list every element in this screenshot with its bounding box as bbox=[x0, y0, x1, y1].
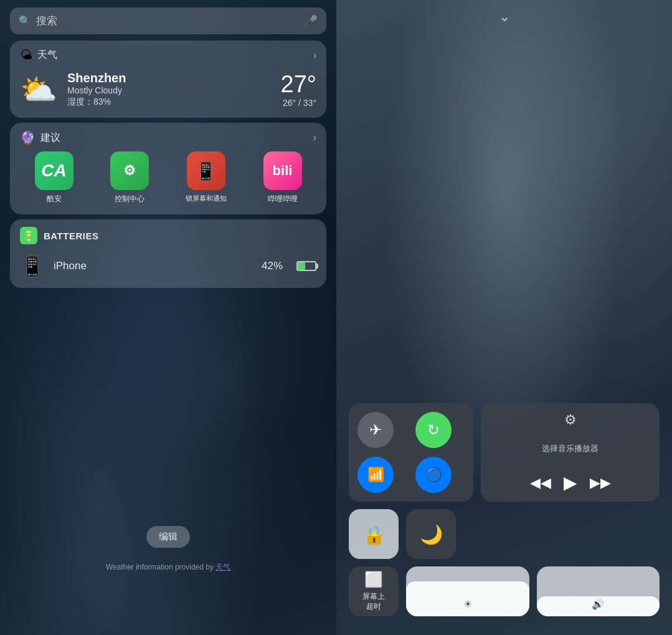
search-input[interactable]: 搜索 bbox=[36, 14, 299, 28]
dismiss-handle[interactable]: ⌄ bbox=[336, 0, 672, 31]
weather-title: 天气 bbox=[37, 49, 57, 62]
airplane-mode-button[interactable]: ✈ bbox=[357, 412, 394, 448]
orientation-lock-icon: 🔒 bbox=[362, 523, 386, 545]
play-button[interactable]: ▶ bbox=[564, 472, 577, 493]
chevron-down-icon: ⌄ bbox=[499, 9, 510, 25]
search-icon: 🔍 bbox=[19, 15, 31, 27]
weather-humidity: 湿度：83% bbox=[67, 97, 271, 108]
brightness-icon: ☀ bbox=[463, 598, 472, 610]
bilibili-app-icon[interactable]: bili bbox=[263, 151, 302, 190]
weather-app-icon: 🌤 bbox=[20, 48, 32, 62]
do-not-disturb-button[interactable]: 🌙 bbox=[406, 509, 456, 559]
suggestions-header: 🔮 建议 › bbox=[10, 123, 326, 151]
left-panel: 🔍 搜索 🎤 🌤 天气 › ⛅ Shenzhen Mostly Cloudy 湿… bbox=[0, 0, 336, 635]
weather-credit-link[interactable]: 天气 bbox=[215, 563, 230, 571]
weather-credit: Weather information provided by 天气 bbox=[0, 562, 336, 573]
mic-icon[interactable]: 🎤 bbox=[304, 14, 318, 28]
music-gear-icon: ⚙ bbox=[491, 412, 650, 428]
screen-mirror-label: 屏幕上超时 bbox=[362, 592, 385, 611]
cc-row-1: ✈ ↻ 📶 🔵 ⚙ 选择音乐播放器 ◀◀ bbox=[349, 403, 660, 502]
battery-level: 42% bbox=[262, 260, 283, 272]
batteries-title: BATTERIES bbox=[44, 231, 98, 241]
suggestions-chevron-icon[interactable]: › bbox=[313, 132, 316, 143]
bluetooth-icon: 🔵 bbox=[425, 467, 442, 483]
rotation-icon: ↻ bbox=[427, 421, 440, 439]
suggestions-apps: CA 酷安 ⚙ 控制中心 📱 锁屏幕和通知 bili 哔哩哔哩 bbox=[10, 151, 326, 214]
batteries-header: 🔋 BATTERIES bbox=[10, 219, 326, 249]
suggestions-title-row: 🔮 建议 bbox=[20, 130, 60, 145]
music-player-block: ⚙ 选择音乐播放器 ◀◀ ▶ ▶▶ bbox=[481, 403, 660, 502]
weather-description: Mostly Cloudy bbox=[67, 85, 271, 95]
weather-condition-icon: ⛅ bbox=[20, 72, 57, 107]
weather-temp-main: 27° bbox=[281, 71, 316, 98]
lockscreen-app-label: 锁屏幕和通知 bbox=[186, 194, 227, 203]
cc-row-3: ⬜ 屏幕上超时 ☀ 🔊 bbox=[349, 566, 660, 616]
volume-icon: 🔊 bbox=[592, 598, 604, 610]
control-center-app-label: 控制中心 bbox=[115, 194, 144, 204]
battery-fill bbox=[298, 262, 305, 270]
weather-header: 🌤 天气 › bbox=[10, 41, 326, 66]
fast-forward-button[interactable]: ▶▶ bbox=[590, 475, 611, 491]
list-item[interactable]: ⚙ 控制中心 bbox=[110, 151, 149, 204]
brightness-slider[interactable]: ☀ bbox=[406, 566, 529, 616]
battery-device-name: iPhone bbox=[54, 260, 253, 272]
airplay-icon: ⬜ bbox=[364, 571, 383, 588]
weather-widget: 🌤 天气 › ⛅ Shenzhen Mostly Cloudy 湿度：83% 2… bbox=[10, 41, 326, 118]
list-item[interactable]: CA 酷安 bbox=[35, 151, 73, 204]
battery-item-iphone: 📱 iPhone 42% bbox=[10, 249, 326, 288]
list-item[interactable]: 📱 锁屏幕和通知 bbox=[186, 151, 227, 204]
batteries-widget: 🔋 BATTERIES 📱 iPhone 42% bbox=[10, 219, 326, 288]
wifi-icon: 📶 bbox=[367, 467, 384, 483]
list-item[interactable]: bili 哔哩哔哩 bbox=[263, 151, 302, 204]
connectivity-block: ✈ ↻ 📶 🔵 bbox=[349, 403, 473, 502]
orientation-lock-button[interactable]: 🔒 bbox=[349, 509, 399, 559]
search-bar[interactable]: 🔍 搜索 🎤 bbox=[10, 7, 326, 34]
rotation-lock-button[interactable]: ↻ bbox=[415, 412, 452, 448]
music-controls: ◀◀ ▶ ▶▶ bbox=[491, 472, 650, 493]
volume-slider[interactable]: 🔊 bbox=[537, 566, 660, 616]
cc-row-2: 🔒 🌙 bbox=[349, 509, 660, 559]
control-center-grid: ✈ ↻ 📶 🔵 ⚙ 选择音乐播放器 ◀◀ bbox=[336, 397, 672, 623]
screen-mirror-button[interactable]: ⬜ 屏幕上超时 bbox=[349, 566, 399, 616]
suggestions-widget: 🔮 建议 › CA 酷安 ⚙ 控制中心 📱 锁屏 bbox=[10, 123, 326, 214]
siri-icon: 🔮 bbox=[20, 130, 35, 145]
control-center-app-icon[interactable]: ⚙ bbox=[110, 151, 149, 190]
right-panel: ⌄ ✈ ↻ 📶 🔵 bbox=[336, 0, 672, 635]
battery-green-icon: 🔋 bbox=[20, 227, 37, 244]
weather-temperature: 27° 26° / 33° bbox=[281, 71, 316, 108]
lockscreen-app-icon[interactable]: 📱 bbox=[187, 151, 225, 190]
wifi-button[interactable]: 📶 bbox=[357, 457, 394, 493]
weather-city: Shenzhen bbox=[67, 71, 271, 85]
weather-info: Shenzhen Mostly Cloudy 湿度：83% bbox=[67, 71, 271, 108]
music-player-label: 选择音乐播放器 bbox=[491, 443, 650, 454]
weather-chevron-icon[interactable]: › bbox=[313, 50, 316, 61]
bilibili-app-label: 哔哩哔哩 bbox=[268, 194, 298, 204]
empty-slot-1 bbox=[463, 509, 660, 559]
weather-temp-range: 26° / 33° bbox=[281, 98, 316, 108]
battery-bar bbox=[296, 261, 316, 271]
cooan-app-icon[interactable]: CA bbox=[35, 151, 73, 190]
weather-title-row: 🌤 天气 bbox=[20, 48, 57, 62]
rewind-button[interactable]: ◀◀ bbox=[530, 475, 551, 491]
edit-button[interactable]: 编辑 bbox=[146, 526, 190, 548]
cooan-app-label: 酷安 bbox=[47, 194, 62, 204]
bluetooth-button[interactable]: 🔵 bbox=[415, 457, 452, 493]
weather-body: ⛅ Shenzhen Mostly Cloudy 湿度：83% 27° 26° … bbox=[10, 66, 326, 118]
airplane-icon: ✈ bbox=[369, 421, 382, 439]
iphone-device-icon: 📱 bbox=[20, 254, 45, 278]
moon-icon: 🌙 bbox=[420, 523, 443, 545]
suggestions-title: 建议 bbox=[40, 131, 60, 145]
